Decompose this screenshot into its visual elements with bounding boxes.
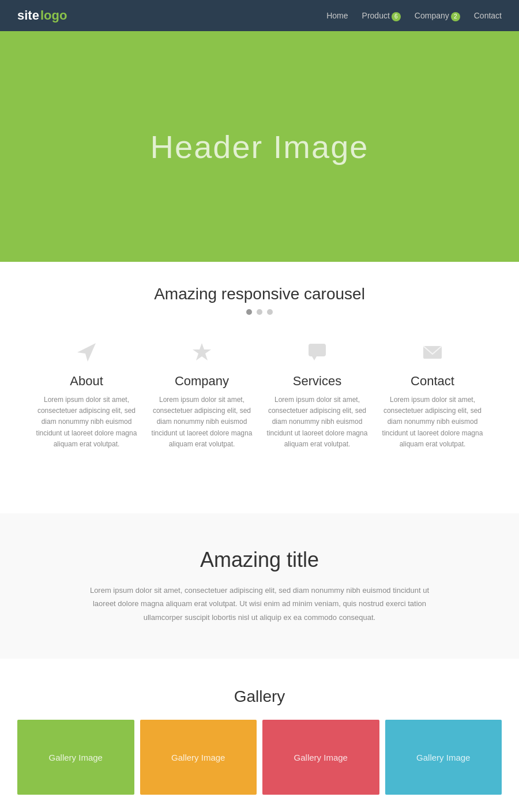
gallery-item-2[interactable]: Gallery Image [140, 720, 257, 795]
feature-services: Services Lorem ipsum dolor sit amet, con… [266, 338, 368, 450]
gallery-item-3-label: Gallery Image [294, 753, 348, 762]
svg-marker-0 [193, 343, 211, 360]
gallery-item-3[interactable]: Gallery Image [262, 720, 379, 795]
navbar: sitelogo Home Product6 Company2 Contact [0, 0, 519, 31]
nav-item-home[interactable]: Home [326, 10, 348, 21]
product-badge: 6 [392, 12, 401, 21]
nav-item-product[interactable]: Product6 [362, 10, 401, 21]
feature-services-title: Services [266, 374, 368, 389]
feature-company-title: Company [151, 374, 253, 389]
star-icon [151, 338, 253, 367]
site-logo[interactable]: sitelogo [17, 8, 67, 23]
gallery-item-4-label: Gallery Image [416, 753, 470, 762]
feature-about: About Lorem ipsum dolor sit amet, consec… [36, 338, 137, 450]
paper-plane-icon [36, 338, 137, 367]
mail-icon [382, 338, 483, 367]
feature-contact-text: Lorem ipsum dolor sit amet, consectetuer… [382, 394, 483, 450]
hero-section: Header Image [0, 31, 519, 262]
logo-logo-text: logo [40, 8, 67, 23]
nav-item-company[interactable]: Company2 [415, 10, 460, 21]
feature-company: Company Lorem ipsum dolor sit amet, cons… [151, 338, 253, 450]
gallery-item-1-label: Gallery Image [49, 753, 103, 762]
nav-menu: Home Product6 Company2 Contact [326, 10, 502, 21]
chat-icon [266, 338, 368, 367]
amazing-title: Amazing title [58, 548, 461, 572]
feature-about-text: Lorem ipsum dolor sit amet, consectetuer… [36, 394, 137, 450]
carousel-dots [17, 309, 502, 315]
amazing-text: Lorem ipsum dolor sit amet, consectetuer… [86, 584, 432, 624]
feature-contact: Contact Lorem ipsum dolor sit amet, cons… [382, 338, 483, 450]
gallery-title: Gallery [17, 687, 502, 706]
feature-contact-title: Contact [382, 374, 483, 389]
features-grid: About Lorem ipsum dolor sit amet, consec… [17, 338, 502, 484]
dot-1[interactable] [246, 309, 252, 315]
nav-item-contact[interactable]: Contact [474, 10, 502, 21]
gallery-item-2-label: Gallery Image [171, 753, 225, 762]
gallery-item-4[interactable]: Gallery Image [385, 720, 502, 795]
logo-site-text: site [17, 8, 39, 23]
feature-about-title: About [36, 374, 137, 389]
company-badge: 2 [451, 12, 460, 21]
feature-company-text: Lorem ipsum dolor sit amet, consectetuer… [151, 394, 253, 450]
svg-marker-2 [312, 356, 317, 360]
gallery-item-1[interactable]: Gallery Image [17, 720, 134, 795]
svg-rect-1 [309, 344, 326, 356]
carousel-title: Amazing responsive carousel [17, 285, 502, 303]
hero-title: Header Image [151, 128, 369, 166]
gallery-grid: Gallery Image Gallery Image Gallery Imag… [17, 720, 502, 795]
dot-3[interactable] [267, 309, 273, 315]
dot-2[interactable] [257, 309, 262, 315]
carousel-section: Amazing responsive carousel About Lorem … [0, 262, 519, 513]
gallery-section: Gallery Gallery Image Gallery Image Gall… [0, 659, 519, 812]
feature-services-text: Lorem ipsum dolor sit amet, consectetuer… [266, 394, 368, 450]
amazing-section: Amazing title Lorem ipsum dolor sit amet… [0, 513, 519, 659]
